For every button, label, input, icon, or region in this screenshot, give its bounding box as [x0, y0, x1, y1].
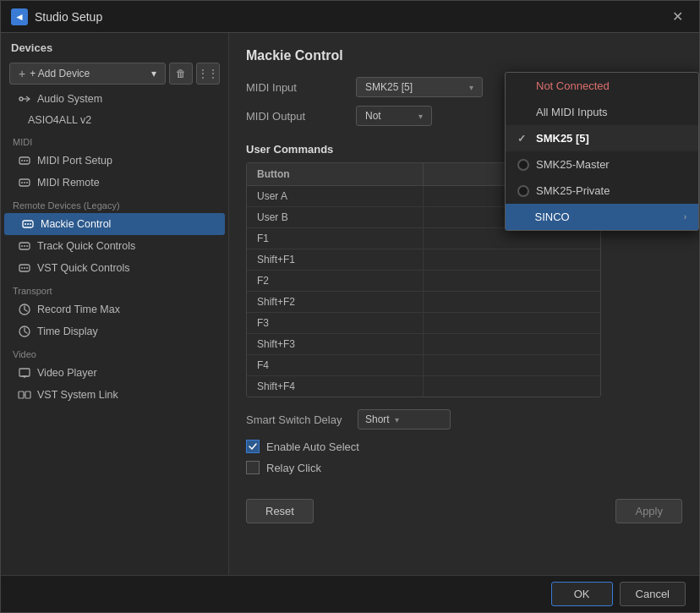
- delete-device-button[interactable]: 🗑: [169, 63, 193, 85]
- table-row[interactable]: F1: [247, 228, 600, 249]
- enable-auto-select-label: Enable Auto Select: [266, 441, 359, 453]
- vst-system-link-icon: [18, 388, 31, 402]
- enable-auto-select-checkbox[interactable]: [246, 440, 260, 453]
- dropdown-item-all-midi-inputs[interactable]: All MIDI Inputs: [506, 99, 698, 125]
- svg-point-17: [26, 245, 28, 247]
- sidebar-item-midi-port-setup[interactable]: MIDI Port Setup: [1, 150, 228, 172]
- midi-output-select[interactable]: Not ▾: [356, 106, 432, 126]
- studio-setup-window: ◄ Studio Setup ✕ Devices + + Add Device …: [0, 0, 700, 613]
- sidebar-item-asio4all[interactable]: ASIO4ALL v2: [1, 110, 228, 130]
- sidebar-item-vst-system-link[interactable]: VST System Link: [1, 384, 228, 406]
- midi-remote-label: MIDI Remote: [37, 177, 100, 189]
- record-time-max-label: Record Time Max: [37, 304, 120, 315]
- sinco-check: [517, 211, 528, 223]
- smk25-master-label: SMK25-Master: [536, 158, 610, 171]
- button-cell: Shift+F4: [247, 376, 424, 397]
- sidebar-item-mackie-control[interactable]: Mackie Control: [4, 213, 225, 235]
- enable-auto-select-row[interactable]: Enable Auto Select: [246, 440, 682, 453]
- svg-rect-24: [19, 369, 30, 376]
- plus-icon: +: [19, 67, 25, 80]
- svg-point-7: [21, 182, 23, 183]
- mackie-control-label: Mackie Control: [41, 218, 111, 230]
- midi-input-dropdown-arrow: ▾: [469, 83, 473, 92]
- dropdown-item-sinco[interactable]: SINCO ›: [506, 204, 698, 230]
- value-cell: [424, 313, 600, 333]
- vst-quick-controls-label: VST Quick Controls: [37, 262, 130, 274]
- cancel-button[interactable]: Cancel: [620, 582, 686, 606]
- transport-section-label: Transport: [1, 279, 228, 298]
- value-cell: [424, 228, 600, 249]
- value-cell: [424, 334, 600, 354]
- button-cell: Shift+F2: [247, 292, 424, 312]
- audio-system-label: Audio System: [37, 93, 102, 105]
- relay-click-row[interactable]: Relay Click: [246, 461, 682, 474]
- midi-input-dropdown: Not Connected All MIDI Inputs ✓ SMK25 [5…: [505, 72, 699, 231]
- sidebar-item-vst-quick-controls[interactable]: VST Quick Controls: [1, 257, 228, 279]
- bottom-bar: OK Cancel: [1, 575, 699, 612]
- dropdown-item-smk25-master[interactable]: SMK25-Master: [506, 151, 698, 178]
- value-cell: [424, 355, 600, 375]
- table-row[interactable]: Shift+F2: [247, 292, 600, 313]
- button-cell: Shift+F1: [247, 249, 424, 270]
- table-row[interactable]: F3: [247, 313, 600, 334]
- record-time-icon: [18, 303, 31, 316]
- mackie-icon: [21, 217, 35, 231]
- midi-output-label: MIDI Output: [246, 110, 347, 123]
- asio4all-label: ASIO4ALL v2: [28, 114, 91, 126]
- value-cell: [424, 292, 600, 312]
- devices-header: Devices: [1, 33, 228, 59]
- remote-devices-section-label: Remote Devices (Legacy): [1, 194, 228, 213]
- svg-point-5: [26, 160, 28, 161]
- smk25-5-label: SMK25 [5]: [536, 132, 589, 145]
- close-button[interactable]: ✕: [665, 5, 689, 29]
- value-cell: [424, 249, 600, 270]
- video-player-icon: [18, 366, 31, 380]
- sidebar-item-record-time-max[interactable]: Record Time Max: [1, 298, 228, 320]
- sidebar-item-audio-system[interactable]: Audio System: [1, 88, 228, 110]
- reset-button[interactable]: Reset: [246, 499, 314, 523]
- button-cell: User B: [247, 207, 424, 227]
- svg-point-4: [24, 160, 25, 161]
- sinco-label: SINCO: [535, 211, 570, 223]
- button-column-header: Button: [247, 163, 424, 185]
- ok-button[interactable]: OK: [551, 582, 613, 606]
- video-section-label: Video: [1, 342, 228, 362]
- table-row[interactable]: Shift+F1: [247, 249, 600, 271]
- table-row[interactable]: F2: [247, 271, 600, 292]
- svg-point-20: [24, 267, 25, 269]
- add-device-button[interactable]: + + Add Device ▾: [9, 63, 166, 85]
- audio-icon: [18, 92, 31, 106]
- dropdown-item-not-connected[interactable]: Not Connected: [506, 73, 698, 99]
- table-row[interactable]: F4: [247, 355, 600, 376]
- sidebar-item-video-player[interactable]: Video Player: [1, 362, 228, 384]
- not-connected-label: Not Connected: [536, 79, 610, 92]
- sidebar-item-midi-remote[interactable]: MIDI Remote: [1, 172, 228, 194]
- button-cell: F3: [247, 313, 424, 333]
- title-bar: ◄ Studio Setup ✕: [1, 1, 699, 33]
- button-cell: F2: [247, 271, 424, 291]
- smart-switch-row: Smart Switch Delay Short ▾: [246, 409, 682, 430]
- dropdown-item-smk25-private[interactable]: SMK25-Private: [506, 178, 698, 204]
- button-cell: Shift+F3: [247, 334, 424, 354]
- sidebar-item-track-quick-controls[interactable]: Track Quick Controls: [1, 235, 228, 257]
- table-row[interactable]: Shift+F4: [247, 376, 600, 397]
- apply-button[interactable]: Apply: [615, 499, 682, 523]
- button-cell: User A: [247, 186, 424, 206]
- midi-input-select[interactable]: SMK25 [5] ▾: [356, 77, 483, 97]
- smart-switch-select[interactable]: Short ▾: [358, 409, 451, 430]
- device-options-button[interactable]: ⋮⋮: [196, 63, 220, 85]
- table-row[interactable]: Shift+F3: [247, 334, 600, 355]
- smart-switch-label: Smart Switch Delay: [246, 413, 347, 426]
- smk25-check: ✓: [517, 133, 529, 145]
- sidebar-icon-buttons: 🗑 ⋮⋮: [169, 63, 220, 85]
- relay-click-checkbox[interactable]: [246, 461, 260, 474]
- video-player-label: Video Player: [37, 367, 97, 379]
- midi-input-value: SMK25 [5]: [365, 81, 413, 93]
- sinco-chevron-icon: ›: [684, 212, 686, 222]
- sidebar-toolbar: + + Add Device ▾ 🗑 ⋮⋮: [1, 59, 228, 88]
- midi-output-value: Not: [365, 110, 381, 122]
- dropdown-item-smk25-5[interactable]: ✓ SMK25 [5]: [506, 125, 698, 151]
- svg-rect-27: [19, 391, 24, 398]
- sidebar-item-time-display[interactable]: Time Display: [1, 320, 228, 342]
- vst-quick-icon: [18, 261, 31, 275]
